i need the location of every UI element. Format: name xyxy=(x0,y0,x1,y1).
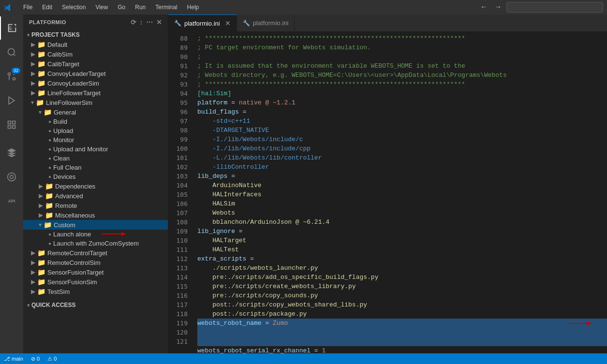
menu-edit[interactable]: Edit xyxy=(38,3,56,12)
sidebar-item-upload[interactable]: ● Upload xyxy=(23,126,168,135)
menu-help[interactable]: Help xyxy=(183,3,203,12)
sidebar-item-general[interactable]: ▾ 📁 General xyxy=(23,107,168,117)
project-tasks-chevron: ▾ xyxy=(27,32,30,38)
tab-platformio-ini-active[interactable]: 🔧 platformio.ini ✕ xyxy=(168,15,237,31)
svg-rect-7 xyxy=(13,121,15,124)
source-control-activity-icon[interactable]: 32 xyxy=(0,65,23,88)
svg-marker-13 xyxy=(587,321,592,325)
sidebar-item-default[interactable]: ▶ 📁 Default xyxy=(23,40,168,49)
quick-access-header[interactable]: ▾ QUICK ACCESS xyxy=(23,300,168,310)
sidebar-item-miscellaneous[interactable]: ▶ 📁 Miscellaneous xyxy=(23,210,168,220)
svg-marker-12 xyxy=(121,232,126,236)
sidebar-item-calibsim[interactable]: ▶ 📁 CalibSim xyxy=(23,49,168,59)
sidebar-item-devices[interactable]: ● Devices xyxy=(23,172,168,181)
sidebar-item-linefollowersim[interactable]: ▾ 📁 LineFollowerSim xyxy=(23,98,168,107)
tab-close-button[interactable]: ✕ xyxy=(225,19,231,27)
sidebar-action-more[interactable]: ⋯ xyxy=(146,18,153,26)
svg-marker-5 xyxy=(9,97,15,104)
menu-bar: File Edit Selection View Go Run Terminal… xyxy=(19,3,203,12)
code-editor[interactable]: ; **************************************… xyxy=(192,32,607,353)
tab-bar: 🔧 platformio.ini ✕ 🔧 platformio.ini xyxy=(168,15,607,32)
sidebar-item-monitor[interactable]: ● Monitor xyxy=(23,135,168,145)
menu-file[interactable]: File xyxy=(19,3,36,12)
search-activity-icon[interactable] xyxy=(0,41,23,64)
platformio-tab-icon: 🔧 xyxy=(174,20,181,27)
activity-bar: ⎘ 32 API xyxy=(0,15,23,353)
svg-point-11 xyxy=(10,175,14,179)
explorer-activity-icon[interactable]: ⎘ xyxy=(0,16,23,40)
main-layout: ⎘ 32 API PLATFORMIO ⟳ ↕ ⋯ xyxy=(0,15,607,353)
svg-rect-8 xyxy=(13,126,15,129)
sidebar-item-testsim[interactable]: ▶ 📁 TestSim xyxy=(23,287,168,296)
sidebar-item-remote[interactable]: ▶ 📁 Remote xyxy=(23,201,168,210)
api-activity-icon[interactable]: API xyxy=(0,189,23,213)
svg-point-10 xyxy=(8,173,16,181)
sidebar-item-custom[interactable]: ▾ 📁 Custom xyxy=(23,220,168,230)
nav-buttons: ← → xyxy=(477,2,603,13)
sidebar-action-refresh[interactable]: ⟳ xyxy=(131,18,137,26)
svg-text:⎘: ⎘ xyxy=(8,25,12,32)
sidebar-item-advanced[interactable]: ▶ 📁 Advanced xyxy=(23,191,168,201)
sidebar-action-sync[interactable]: ↕ xyxy=(140,18,144,26)
platformio-tab-icon-2: 🔧 xyxy=(243,20,250,27)
sidebar-item-upload-and-monitor[interactable]: ● Upload and Monitor xyxy=(23,145,168,154)
quick-access-chevron: ▾ xyxy=(27,303,30,308)
platformio-activity-icon[interactable] xyxy=(0,141,23,164)
sidebar-item-remotecontrolsim[interactable]: ▶ 📁 RemoteControlSim xyxy=(23,258,168,267)
editor-area: 🔧 platformio.ini ✕ 🔧 platformio.ini 8889… xyxy=(168,15,607,353)
sidebar-item-build[interactable]: ● Build xyxy=(23,117,168,126)
status-bar: ⎇ main ⊘ 0 ⚠ 0 xyxy=(0,353,607,364)
sidebar-item-calibtarget[interactable]: ▶ 📁 CalibTarget xyxy=(23,59,168,69)
sidebar-action-close[interactable]: ✕ xyxy=(156,18,163,26)
nav-forward-button[interactable]: → xyxy=(492,2,504,13)
menu-selection[interactable]: Selection xyxy=(58,3,89,12)
menu-view[interactable]: View xyxy=(91,3,112,12)
svg-rect-9 xyxy=(8,126,11,129)
project-tasks-header[interactable]: ▾ PROJECT TASKS xyxy=(23,30,168,40)
command-search-input[interactable] xyxy=(506,2,603,13)
sidebar-item-sensorfusiontarget[interactable]: ▶ 📁 SensorFusionTarget xyxy=(23,267,168,277)
status-warnings[interactable]: ⚠ 0 xyxy=(47,356,57,362)
menu-terminal[interactable]: Terminal xyxy=(151,3,181,12)
menu-run[interactable]: Run xyxy=(131,3,149,12)
tab-platformio-ini-inactive[interactable]: 🔧 platformio.ini xyxy=(237,15,295,31)
sidebar-item-sensorfusionsim[interactable]: ▶ 📁 SensorFusionSim xyxy=(23,277,168,287)
sidebar: PLATFORMIO ⟳ ↕ ⋯ ✕ ▾ PROJECT TASKS ▶ 📁 D… xyxy=(23,15,168,353)
sidebar-item-launch-alone[interactable]: ● Launch alone xyxy=(23,230,168,239)
svg-point-3 xyxy=(13,78,15,80)
nav-back-button[interactable]: ← xyxy=(477,2,490,13)
status-errors[interactable]: ⊘ 0 xyxy=(31,356,40,362)
menu-go[interactable]: Go xyxy=(114,3,129,12)
sidebar-item-linefollowertarget[interactable]: ▶ 📁 LineFollowerTarget xyxy=(23,88,168,98)
sidebar-actions: ⟳ ↕ ⋯ ✕ xyxy=(131,18,162,26)
sidebar-item-convoyleadersim[interactable]: ▶ 📁 ConvoyLeaderSim xyxy=(23,78,168,88)
sidebar-item-dependencies[interactable]: ▶ 📁 Dependencies xyxy=(23,181,168,191)
sidebar-item-full-clean[interactable]: ● Full Clean xyxy=(23,163,168,172)
sidebar-item-launch-with-zumo[interactable]: ● Launch with ZumoComSystem xyxy=(23,239,168,248)
extensions-activity-icon[interactable] xyxy=(0,113,23,136)
vscode-logo xyxy=(4,3,12,11)
svg-rect-6 xyxy=(8,121,11,124)
editor-content: 8889909192 9394959697 9899100101102 1031… xyxy=(168,32,607,353)
svg-point-1 xyxy=(8,49,15,55)
sidebar-item-convoyleadertarget[interactable]: ▶ 📁 ConvoyLeaderTarget xyxy=(23,69,168,78)
sidebar-title: PLATFORMIO ⟳ ↕ ⋯ ✕ xyxy=(23,15,168,30)
svg-point-4 xyxy=(8,73,11,75)
title-bar: File Edit Selection View Go Run Terminal… xyxy=(0,0,607,15)
line-numbers: 8889909192 9394959697 9899100101102 1031… xyxy=(168,32,192,353)
status-branch[interactable]: ⎇ main xyxy=(4,356,23,362)
sidebar-item-clean[interactable]: ● Clean xyxy=(23,154,168,163)
remote-activity-icon[interactable] xyxy=(0,165,23,189)
svg-line-2 xyxy=(14,54,15,56)
run-debug-activity-icon[interactable] xyxy=(0,89,23,112)
sidebar-item-remotecontroltarget[interactable]: ▶ 📁 RemoteControlTarget xyxy=(23,248,168,258)
